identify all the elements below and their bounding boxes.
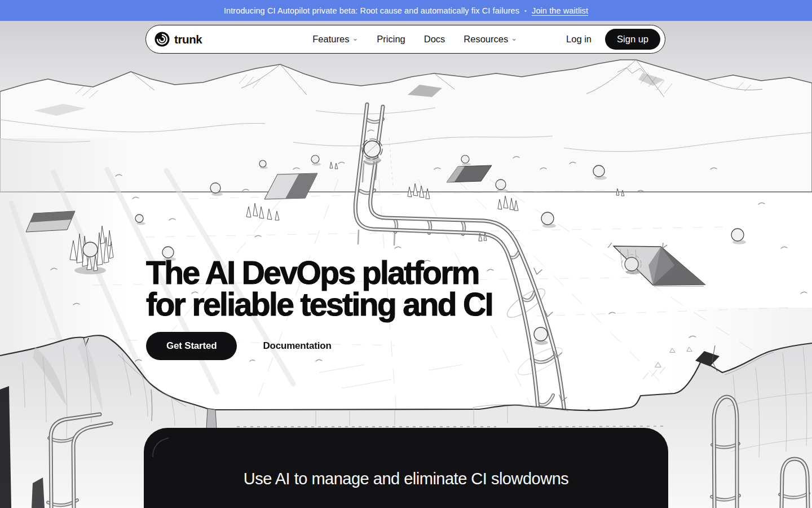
banner-separator: • [524,7,527,14]
nav-item-features[interactable]: Features ⌄ [312,34,358,45]
headline-line-2: for reliable testing and CI [146,288,492,320]
nav-links: Features ⌄ Pricing Docs Resources ⌄ [312,34,517,45]
navbar: trunk Features ⌄ Pricing Docs Resources … [145,25,665,54]
announcement-banner: Introducing CI Autopilot private beta: R… [0,0,812,21]
hero-headline: The AI DevOps platform for reliable test… [146,257,492,320]
headline-line-1: The AI DevOps platform [146,257,492,288]
documentation-link[interactable]: Documentation [263,340,331,352]
get-started-button[interactable]: Get Started [146,332,237,360]
login-link[interactable]: Log in [566,34,592,45]
feature-card-title: Use AI to manage and eliminate CI slowdo… [244,470,569,508]
logo[interactable]: trunk [155,32,202,47]
nav-item-label: Docs [424,34,445,45]
waitlist-link[interactable]: Join the waitlist [532,6,588,15]
hero-section: The AI DevOps platform for reliable test… [146,257,492,360]
trunk-logo-icon [155,32,170,47]
logo-text: trunk [174,33,202,46]
nav-item-docs[interactable]: Docs [424,34,445,45]
card-corner-sketch-icon [149,433,175,459]
nav-item-resources[interactable]: Resources ⌄ [464,34,517,45]
nav-item-label: Pricing [377,34,405,45]
nav-item-label: Features [312,34,349,45]
nav-item-pricing[interactable]: Pricing [377,34,405,45]
cta-row: Get Started Documentation [146,332,492,360]
chevron-down-icon: ⌄ [352,34,358,42]
nav-auth: Log in Sign up [566,29,660,50]
feature-card: Use AI to manage and eliminate CI slowdo… [144,428,668,508]
chevron-down-icon: ⌄ [511,34,517,42]
nav-item-label: Resources [464,34,508,45]
banner-text: Introducing CI Autopilot private beta: R… [224,6,519,15]
signup-button[interactable]: Sign up [605,29,660,50]
